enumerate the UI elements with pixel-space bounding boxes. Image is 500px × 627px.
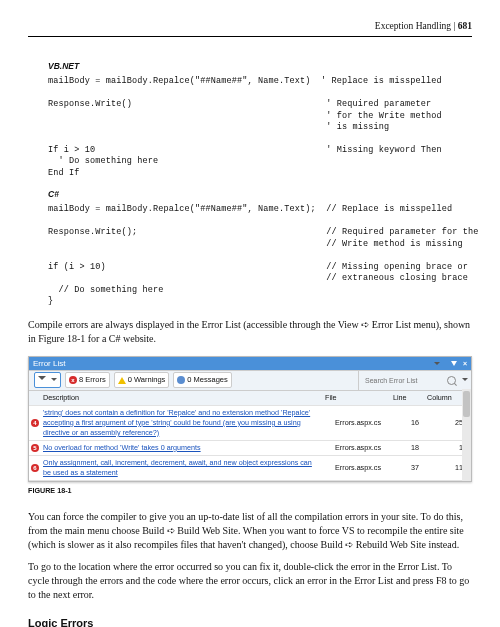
grid-header: Description File Line Column [29,391,471,406]
error-list-title: Error List [33,358,65,369]
col-file[interactable]: File [325,393,393,403]
error-icon: 6 [31,464,39,472]
header-sep: | [451,21,458,31]
table-row[interactable]: 5 No overload for method 'Write' takes 0… [29,441,471,456]
table-row[interactable]: 4 'string' does not contain a definition… [29,406,471,441]
page-number: 681 [458,21,472,31]
filter-warnings[interactable]: 0 Warnings [114,372,170,388]
code-csharp: mailBody = mailBody.Repalce("##Name##", … [48,204,472,307]
table-row[interactable]: 6 Only assignment, call, increment, decr… [29,456,471,481]
warning-icon [118,377,126,384]
dropdown-icon[interactable] [431,359,440,369]
filter-dropdown[interactable] [34,372,61,388]
cell-file: Errors.aspx.cs [325,418,393,428]
error-list-toolbar: x8 Errors 0 Warnings 0 Messages [29,370,471,391]
search-input[interactable] [363,376,445,385]
scrollbar[interactable] [462,389,471,481]
filter-errors[interactable]: x8 Errors [65,372,110,388]
funnel-icon [38,376,46,384]
col-description[interactable]: Description [43,393,325,403]
cell-desc: Only assignment, call, increment, decrem… [43,458,325,478]
cell-file: Errors.aspx.cs [325,463,393,473]
col-line[interactable]: Line [393,393,427,403]
error-list-titlebar: Error List × [29,357,471,370]
filter-messages[interactable]: 0 Messages [173,372,231,388]
error-icon: x [69,376,77,384]
body-para-3: To go to the location where the error oc… [28,560,472,602]
cell-line: 16 [393,418,427,428]
header-section: Exception Handling [375,21,451,31]
error-icon: 4 [31,419,39,427]
cell-file: Errors.aspx.cs [325,443,393,453]
cell-desc: 'string' does not contain a definition f… [43,408,325,438]
cell-line: 37 [393,463,427,473]
search-box[interactable] [358,371,468,390]
search-icon [447,376,456,385]
page-header: Exception Handling | 681 [28,20,472,37]
body-para-2: You can force the compiler to give you a… [28,510,472,552]
window-controls: × [427,358,467,369]
figure-caption: FIGURE 18-1 [28,486,472,496]
pin-icon[interactable] [447,359,457,369]
error-list-panel: Error List × x8 Errors 0 Warnings 0 Mess… [28,356,472,483]
section-logic-errors: Logic Errors [28,616,472,627]
code-vbnet: mailBody = mailBody.Repalce("##Name##", … [48,76,472,179]
cell-desc: No overload for method 'Write' takes 0 a… [43,443,325,453]
error-icon: 5 [31,444,39,452]
cell-line: 18 [393,443,427,453]
close-icon[interactable]: × [463,359,467,369]
body-para-1: Compile errors are always displayed in t… [28,318,472,346]
lang-vbnet-label: VB.NET [48,61,472,73]
lang-csharp-label: C# [48,189,472,201]
info-icon [177,376,185,384]
